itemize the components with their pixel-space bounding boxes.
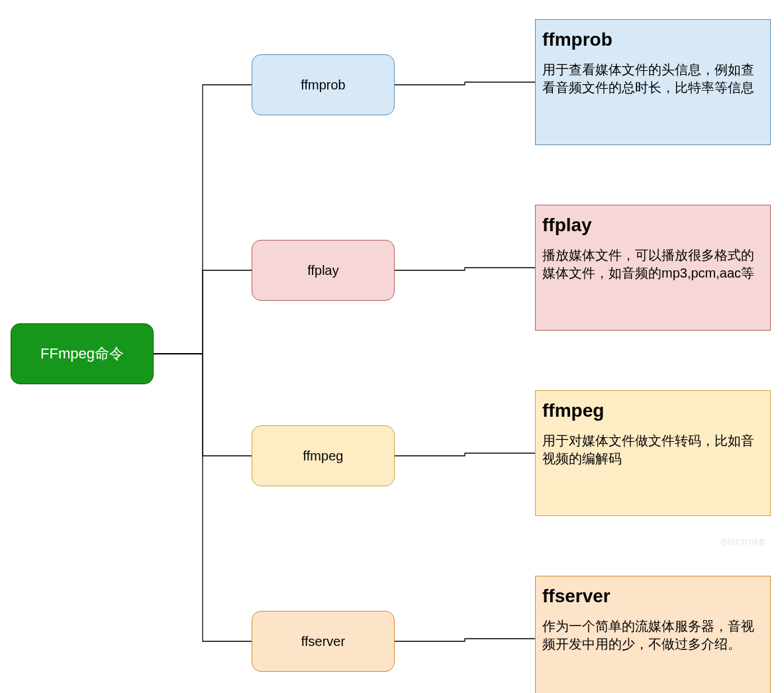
desc-body: 播放媒体文件，可以播放很多格式的媒体文件，如音频的mp3,pcm,aac等 (542, 246, 763, 282)
mid-label: ffmprob (301, 78, 345, 93)
desc-box-ffserver: ffserver作为一个简单的流媒体服务器，音视频开发中用的少，不做过多介绍。 (535, 576, 771, 693)
desc-box-ffplay: ffplay播放媒体文件，可以播放很多格式的媒体文件，如音频的mp3,pcm,a… (535, 205, 771, 331)
desc-title: ffmpeg (542, 400, 763, 421)
desc-body: 用于对媒体文件做文件转码，比如音视频的编解码 (542, 432, 763, 468)
root-node: FFmpeg命令 (11, 323, 154, 384)
desc-title: ffserver (542, 586, 763, 607)
mid-node-ffmpeg: ffmpeg (252, 425, 395, 486)
desc-title: ffplay (542, 215, 763, 236)
desc-box-ffmpeg: ffmpeg用于对媒体文件做文件转码，比如音视频的编解码 (535, 390, 771, 516)
desc-title: ffmprob (542, 29, 763, 50)
mid-node-ffplay: ffplay (252, 240, 395, 301)
mid-node-ffmprob: ffmprob (252, 54, 395, 115)
mid-label: ffserver (301, 634, 345, 649)
desc-body: 用于查看媒体文件的头信息，例如查看音频文件的总时长，比特率等信息 (542, 61, 763, 97)
desc-box-ffmprob: ffmprob用于查看媒体文件的头信息，例如查看音频文件的总时长，比特率等信息 (535, 19, 771, 145)
root-label: FFmpeg命令 (40, 344, 124, 364)
mid-node-ffserver: ffserver (252, 611, 395, 672)
mid-label: ffmpeg (303, 449, 344, 464)
mid-label: ffplay (307, 263, 338, 278)
watermark: @51CTO博客 (720, 537, 765, 547)
desc-body: 作为一个简单的流媒体服务器，音视频开发中用的少，不做过多介绍。 (542, 617, 763, 653)
